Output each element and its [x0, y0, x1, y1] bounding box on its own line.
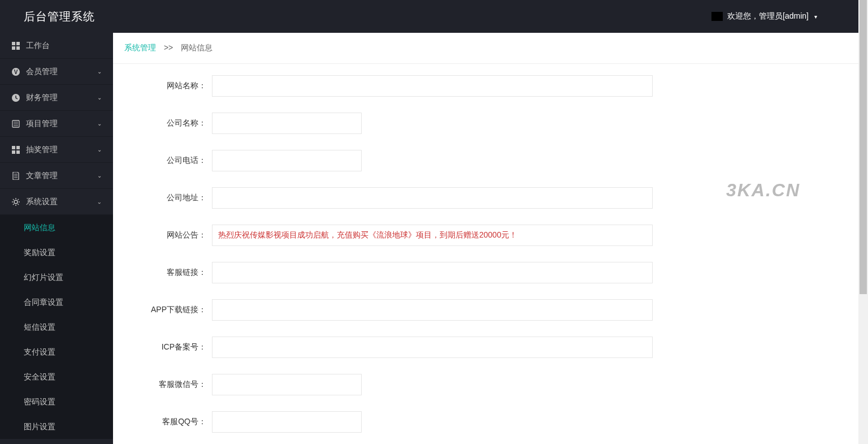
sidebar-item-project[interactable]: 项目管理 ⌄	[0, 111, 113, 137]
dashboard-icon	[11, 41, 20, 50]
page-scrollbar[interactable]	[858, 0, 868, 444]
company-name-label: 公司名称：	[124, 118, 212, 128]
sidebar-item-label: 项目管理	[26, 119, 97, 129]
app-title: 后台管理系统	[24, 9, 95, 24]
svg-rect-2	[12, 46, 15, 50]
sidebar: 工作台 V 会员管理 ⌄ 财务管理 ⌄ 项目管理 ⌄	[0, 33, 113, 444]
top-header: 后台管理系统 欢迎您，管理员[admin] ▾	[0, 0, 868, 33]
svg-rect-11	[12, 146, 15, 149]
submenu-image[interactable]: 图片设置	[0, 414, 113, 439]
submenu-slide[interactable]: 幻灯片设置	[0, 265, 113, 290]
sidebar-item-label: 抽奖管理	[26, 145, 97, 155]
submenu-site-info[interactable]: 网站信息	[0, 215, 113, 240]
svg-text:V: V	[14, 69, 18, 75]
sidebar-item-lottery[interactable]: 抽奖管理 ⌄	[0, 137, 113, 163]
submenu-sms[interactable]: 短信设置	[0, 314, 113, 339]
company-addr-label: 公司地址：	[124, 193, 212, 203]
site-name-input[interactable]	[212, 75, 653, 97]
sidebar-item-label: 会员管理	[26, 67, 97, 77]
form-row-site-notice: 网站公告：	[124, 225, 757, 246]
company-phone-label: 公司电话：	[124, 156, 212, 166]
document-icon	[11, 171, 20, 180]
qq-label: 客服QQ号：	[124, 417, 212, 427]
sidebar-item-article[interactable]: 文章管理 ⌄	[0, 163, 113, 189]
welcome-text: 欢迎您，管理员[admin]	[727, 11, 809, 21]
form-row-qq: 客服QQ号：	[124, 411, 757, 433]
form-area: 网站名称： 公司名称： 公司电话： 公司地址： 网站公告：	[113, 64, 769, 444]
submenu-password[interactable]: 密码设置	[0, 389, 113, 414]
svg-rect-14	[16, 150, 20, 154]
submenu-contract[interactable]: 合同章设置	[0, 290, 113, 314]
sidebar-item-label: 系统设置	[26, 197, 97, 207]
avatar-icon	[711, 12, 723, 21]
form-row-app-link: APP下载链接：	[124, 299, 757, 321]
chevron-down-icon: ⌄	[97, 146, 102, 153]
svg-rect-12	[16, 146, 20, 149]
site-notice-label: 网站公告：	[124, 230, 212, 240]
submenu-security[interactable]: 安全设置	[0, 364, 113, 389]
breadcrumb-link[interactable]: 系统管理	[124, 43, 156, 52]
list-icon	[11, 119, 20, 128]
form-row-wechat: 客服微信号：	[124, 374, 757, 395]
sidebar-item-member[interactable]: V 会员管理 ⌄	[0, 59, 113, 85]
sidebar-item-finance[interactable]: 财务管理 ⌄	[0, 85, 113, 111]
scrollbar-thumb[interactable]	[860, 0, 867, 294]
clock-icon	[11, 93, 20, 102]
chevron-down-icon: ⌄	[97, 173, 102, 179]
submenu-reward[interactable]: 奖励设置	[0, 240, 113, 265]
user-menu[interactable]: 欢迎您，管理员[admin] ▾	[711, 11, 817, 21]
sidebar-item-system[interactable]: 系统设置 ⌃	[0, 189, 113, 215]
form-row-service-link: 客服链接：	[124, 262, 757, 283]
sidebar-item-label: 工作台	[26, 41, 102, 51]
breadcrumb-current: 网站信息	[181, 43, 212, 52]
main-content: 系统管理 >> 网站信息 3KA.CN 网站名称： 公司名称： 公司电话：	[113, 33, 868, 444]
submenu-payment[interactable]: 支付设置	[0, 339, 113, 364]
svg-rect-13	[12, 150, 15, 154]
service-link-input[interactable]	[212, 262, 653, 283]
form-row-icp: ICP备案号：	[124, 337, 757, 358]
icp-label: ICP备案号：	[124, 342, 212, 352]
svg-rect-1	[16, 42, 20, 45]
site-name-label: 网站名称：	[124, 81, 212, 91]
form-row-company-phone: 公司电话：	[124, 150, 757, 171]
chevron-down-icon: ▾	[814, 14, 817, 20]
breadcrumb-separator: >>	[164, 43, 173, 52]
form-row-company-addr: 公司地址：	[124, 187, 757, 209]
sidebar-item-dashboard[interactable]: 工作台	[0, 33, 113, 59]
form-row-site-name: 网站名称：	[124, 75, 757, 97]
wechat-label: 客服微信号：	[124, 380, 212, 390]
breadcrumb: 系统管理 >> 网站信息	[113, 33, 868, 64]
chevron-down-icon: ⌄	[97, 94, 102, 101]
chevron-down-icon: ⌄	[97, 120, 102, 127]
svg-rect-3	[16, 46, 20, 50]
sidebar-submenu: 网站信息 奖励设置 幻灯片设置 合同章设置 短信设置 支付设置 安全设置 密码设…	[0, 215, 113, 439]
form-row-company-name: 公司名称：	[124, 113, 757, 134]
company-phone-input[interactable]	[212, 150, 362, 171]
chevron-up-icon: ⌃	[97, 199, 102, 205]
service-link-label: 客服链接：	[124, 268, 212, 278]
sidebar-item-label: 财务管理	[26, 93, 97, 103]
company-addr-input[interactable]	[212, 187, 653, 209]
sidebar-item-label: 文章管理	[26, 171, 97, 181]
app-link-label: APP下载链接：	[124, 305, 212, 315]
site-notice-input[interactable]	[212, 225, 653, 246]
icp-input[interactable]	[212, 337, 653, 358]
qq-input[interactable]	[212, 411, 362, 433]
app-link-input[interactable]	[212, 299, 653, 321]
user-circle-icon: V	[11, 67, 20, 76]
svg-point-18	[14, 200, 18, 204]
grid-icon	[11, 145, 20, 154]
wechat-input[interactable]	[212, 374, 362, 395]
company-name-input[interactable]	[212, 113, 362, 134]
gear-icon	[11, 197, 20, 206]
svg-rect-0	[12, 42, 15, 45]
chevron-down-icon: ⌄	[97, 68, 102, 75]
